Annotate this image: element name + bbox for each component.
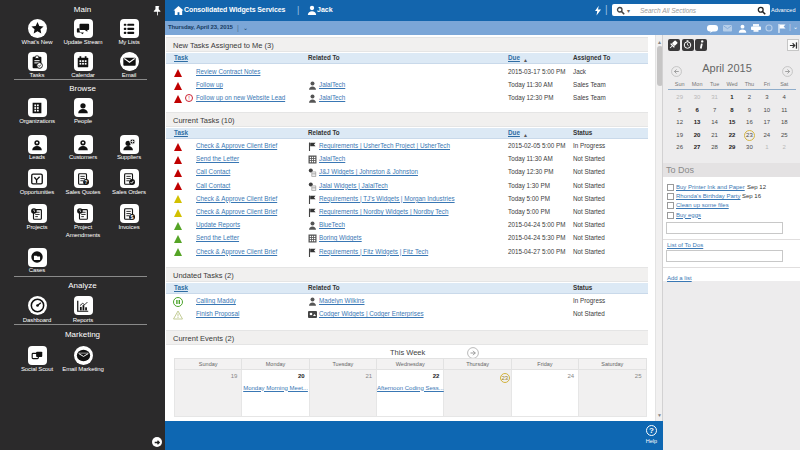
svg-text:$: $ xyxy=(131,213,134,219)
svg-text:?: ? xyxy=(85,179,88,184)
